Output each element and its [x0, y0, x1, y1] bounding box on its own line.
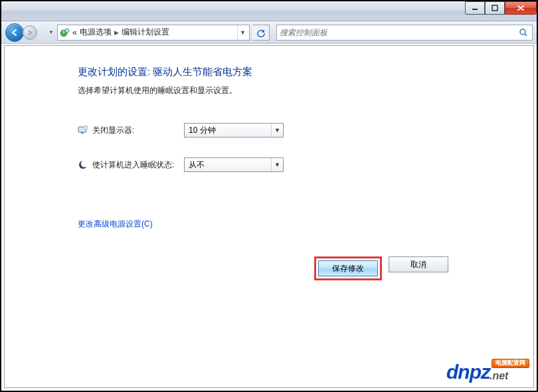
nav-history-dropdown[interactable]: ▼ [48, 23, 54, 42]
sleep-value: 从不 [189, 159, 205, 171]
display-off-combo[interactable]: 10 分钟 ▼ [184, 123, 284, 138]
refresh-button[interactable] [252, 25, 270, 41]
breadcrumb-prefix: « [72, 28, 77, 37]
minimize-icon [472, 5, 478, 11]
svg-rect-6 [81, 132, 84, 134]
monitor-icon [78, 125, 88, 136]
svg-rect-0 [472, 9, 478, 10]
search-input[interactable] [280, 28, 517, 37]
nav-row: ▼ « 电源选项 ▶ 编辑计划设置 ▼ [1, 21, 537, 44]
action-row: 保存修改 取消 [78, 256, 454, 280]
maximize-icon [492, 5, 498, 11]
back-button[interactable] [5, 23, 24, 42]
search-box[interactable] [276, 25, 533, 41]
moon-icon [78, 159, 88, 170]
watermark-tag: 电脑配置网 [492, 359, 529, 368]
watermark: dnpz 电脑配置网 .net [446, 359, 529, 383]
svg-point-9 [81, 160, 88, 167]
nav-buttons [5, 23, 45, 42]
display-off-value: 10 分钟 [189, 125, 216, 136]
sleep-combo[interactable]: 从不 ▼ [184, 157, 284, 172]
address-dropdown[interactable]: ▼ [237, 25, 248, 40]
svg-point-3 [65, 29, 69, 33]
cancel-button[interactable]: 取消 [389, 256, 448, 272]
chevron-down-icon: ▼ [271, 124, 283, 137]
minimize-button[interactable] [465, 1, 485, 15]
chevron-right-icon: ▶ [114, 29, 119, 36]
close-icon [517, 5, 525, 11]
breadcrumb-item-2[interactable]: 编辑计划设置 [122, 27, 169, 38]
advanced-settings-link[interactable]: 更改高级电源设置(C) [78, 219, 153, 230]
window-controls [465, 1, 537, 15]
refresh-icon [256, 28, 266, 37]
titlebar [1, 1, 537, 21]
save-button[interactable]: 保存修改 [318, 260, 378, 276]
breadcrumb-item-1[interactable]: 电源选项 [80, 27, 112, 38]
row-display-off: 关闭显示器: 10 分钟 ▼ [78, 123, 454, 138]
watermark-brand: dnpz [446, 361, 490, 383]
page-heading: 更改计划的设置: 驱动人生节能省电方案 [78, 66, 454, 78]
highlight-box: 保存修改 [314, 256, 382, 280]
display-off-label: 关闭显示器: [92, 125, 134, 136]
row-sleep: 使计算机进入睡眠状态: 从不 ▼ [78, 157, 454, 172]
watermark-suffix: .net [490, 370, 508, 382]
content-inner: 更改计划的设置: 驱动人生节能省电方案 选择希望计算机使用的睡眠设置和显示设置。… [5, 46, 533, 287]
svg-rect-1 [492, 5, 497, 11]
sleep-label: 使计算机进入睡眠状态: [92, 159, 174, 171]
search-icon [517, 28, 529, 37]
forward-button[interactable] [23, 25, 37, 40]
chevron-down-icon: ▼ [271, 158, 283, 171]
address-bar[interactable]: « 电源选项 ▶ 编辑计划设置 ▼ [57, 25, 250, 41]
breadcrumb: « 电源选项 ▶ 编辑计划设置 [72, 27, 169, 38]
svg-point-4 [520, 29, 525, 35]
close-button[interactable] [505, 1, 537, 15]
window: ▼ « 电源选项 ▶ 编辑计划设置 ▼ 更改计划的设置: 驱动人生节 [0, 0, 538, 392]
arrow-left-icon [10, 28, 19, 37]
content-panel: 更改计划的设置: 驱动人生节能省电方案 选择希望计算机使用的睡眠设置和显示设置。… [4, 45, 534, 388]
page-subtext: 选择希望计算机使用的睡眠设置和显示设置。 [78, 85, 454, 96]
arrow-right-icon [27, 29, 33, 36]
power-plan-icon [59, 27, 71, 38]
maximize-button[interactable] [485, 1, 505, 15]
